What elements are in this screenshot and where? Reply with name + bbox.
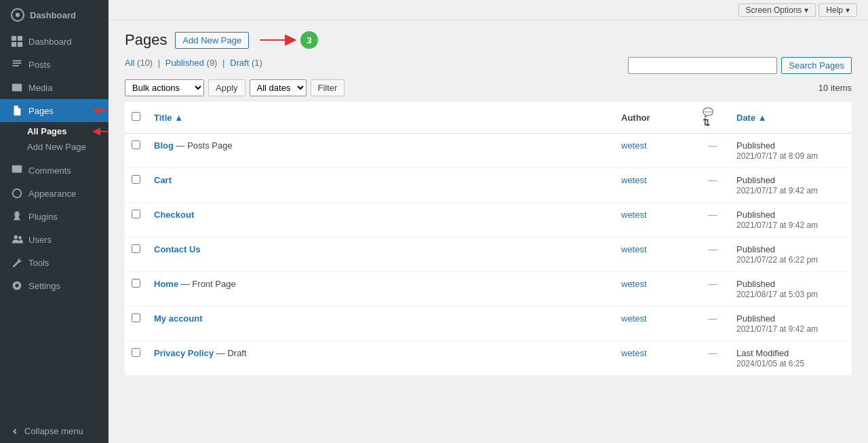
comment-count: — — [709, 348, 717, 358]
sidebar-sub-item-add-new-page[interactable]: Add New Page — [22, 139, 108, 155]
row-checkbox[interactable] — [132, 175, 140, 184]
comments-icon — [11, 164, 23, 176]
page-title-link[interactable]: Home — [154, 279, 178, 289]
col-header-author: Author — [614, 102, 696, 134]
pages-icon — [11, 104, 23, 117]
sidebar-item-settings[interactable]: Settings — [0, 274, 108, 297]
col-header-comments[interactable]: 💬 ⇅ — [696, 102, 730, 134]
date-sort-link[interactable]: Date ▲ — [736, 113, 767, 123]
row-checkbox[interactable] — [132, 140, 140, 149]
media-icon — [11, 81, 23, 94]
svg-rect-2 — [12, 36, 16, 41]
sidebar-item-dashboard[interactable]: Dashboard — [0, 30, 108, 53]
sidebar-item-comments[interactable]: Comments — [0, 159, 108, 182]
svg-rect-4 — [12, 42, 16, 47]
author-link[interactable]: wetest — [621, 175, 647, 185]
all-pages-label: All Pages — [27, 126, 67, 136]
table-row: Cart wetest — Published 2021/07/17 at 9:… — [125, 168, 852, 203]
search-pages-input[interactable] — [628, 57, 777, 74]
posts-icon — [11, 58, 23, 71]
top-row: All (10) | Published (9) | Draft (1) Sea… — [125, 57, 852, 74]
author-link[interactable]: wetest — [621, 244, 647, 254]
author-link[interactable]: wetest — [621, 313, 647, 324]
collapse-label: Collapse menu — [24, 426, 83, 436]
page-title-link[interactable]: Privacy Policy — [154, 348, 214, 358]
add-new-page-button[interactable]: Add New Page — [175, 32, 249, 49]
date-status: Published — [736, 244, 775, 254]
author-link[interactable]: wetest — [621, 140, 647, 151]
filter-draft-link[interactable]: Draft (1) — [230, 58, 262, 68]
sidebar-item-label: Appearance — [28, 189, 76, 199]
select-all-checkbox[interactable] — [132, 112, 140, 121]
comment-count: — — [709, 244, 717, 254]
sidebar-item-appearance[interactable]: Appearance — [0, 182, 108, 205]
col-header-date[interactable]: Date ▲ — [730, 102, 852, 134]
col-header-title[interactable]: Title ▲ — [147, 102, 614, 134]
page-header: Pages Add New Page 3 — [125, 31, 852, 49]
users-icon — [11, 233, 23, 246]
page-subtitle: — Front Page — [181, 279, 236, 289]
sidebar-item-media[interactable]: Media — [0, 76, 108, 99]
help-button[interactable]: Help ▾ — [818, 3, 857, 17]
date-status: Published — [736, 313, 775, 324]
settings-icon — [11, 280, 23, 292]
page-title-link[interactable]: Blog — [154, 140, 174, 151]
row-checkbox[interactable] — [132, 313, 140, 322]
svg-rect-3 — [18, 36, 22, 41]
main-content: Screen Options ▾ Help ▾ Pages Add New Pa… — [108, 0, 868, 443]
sidebar-pages-submenu: All Pages 2 Add New Page — [0, 122, 108, 159]
apply-button[interactable]: Apply — [208, 79, 245, 96]
comment-count: — — [709, 313, 717, 324]
table-row: Home — Front Page wetest — Published 202… — [125, 272, 852, 307]
sidebar-item-posts[interactable]: Posts — [0, 53, 108, 76]
svg-rect-5 — [18, 42, 22, 47]
page-title-link[interactable]: My account — [154, 313, 203, 324]
row-checkbox[interactable] — [132, 279, 140, 288]
page-subtitle: — Posts Page — [176, 140, 233, 151]
row-checkbox[interactable] — [132, 210, 140, 218]
table-row: Contact Us wetest — Published 2021/07/22… — [125, 237, 852, 272]
date-status: Published — [736, 279, 775, 289]
title-sort-link[interactable]: Title ▲ — [154, 113, 183, 123]
sidebar-item-label: Comments — [28, 166, 71, 176]
page-title-link[interactable]: Contact Us — [154, 244, 201, 254]
chevron-down-icon: ▾ — [804, 5, 808, 15]
sidebar-sub-item-all-pages[interactable]: All Pages 2 — [22, 123, 108, 139]
sidebar-item-plugins[interactable]: Plugins — [0, 205, 108, 228]
author-link[interactable]: wetest — [621, 210, 647, 220]
page-title-link[interactable]: Checkout — [154, 210, 194, 220]
row-checkbox[interactable] — [132, 244, 140, 253]
dashboard-icon — [11, 35, 23, 47]
topbar: Screen Options ▾ Help ▾ — [108, 0, 868, 20]
tools-icon — [11, 256, 23, 269]
appearance-icon — [11, 187, 23, 199]
annotation-badge-3: 3 — [300, 31, 318, 49]
sidebar-item-users[interactable]: Users — [0, 228, 108, 251]
sidebar-item-pages[interactable]: Pages 1 — [0, 99, 108, 122]
svg-point-11 — [18, 236, 22, 239]
row-checkbox[interactable] — [132, 348, 140, 357]
search-pages-button[interactable]: Search Pages — [781, 57, 852, 74]
search-area: Search Pages — [628, 57, 852, 74]
arrow-annotation-3: 3 — [257, 31, 318, 49]
sidebar: Dashboard Dashboard Posts Media Pages 1 — [0, 0, 108, 443]
date-filter-select[interactable]: All dates — [250, 79, 307, 96]
page-title-link[interactable]: Cart — [154, 175, 172, 185]
bulk-actions-select[interactable]: Bulk actionsEditMove to Trash — [125, 79, 204, 96]
author-link[interactable]: wetest — [621, 348, 647, 358]
page-title: Pages — [125, 31, 167, 49]
author-link[interactable]: wetest — [621, 279, 647, 289]
sidebar-item-tools[interactable]: Tools — [0, 251, 108, 274]
table-row: My account wetest — Published 2021/07/17… — [125, 307, 852, 341]
screen-options-button[interactable]: Screen Options ▾ — [738, 3, 816, 17]
filter-published-link[interactable]: Published (9) — [165, 58, 220, 68]
plugins-icon — [11, 210, 23, 223]
filter-all-link[interactable]: All (10) — [125, 58, 155, 68]
filter-button[interactable]: Filter — [311, 79, 345, 96]
comment-count: — — [709, 279, 717, 289]
sidebar-logo[interactable]: Dashboard — [0, 0, 108, 30]
date-value: 2021/07/17 at 9:42 am — [736, 220, 818, 230]
date-value: 2021/07/17 at 8:09 am — [736, 151, 818, 161]
collapse-menu-button[interactable]: Collapse menu — [0, 419, 108, 443]
date-status: Published — [736, 140, 775, 151]
